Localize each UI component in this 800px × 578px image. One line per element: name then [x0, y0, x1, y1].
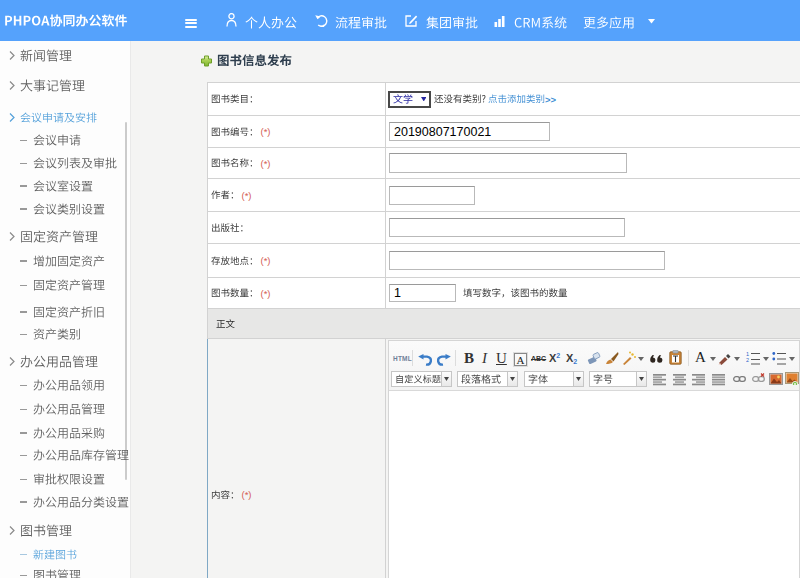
svg-text:2: 2 [746, 357, 749, 363]
